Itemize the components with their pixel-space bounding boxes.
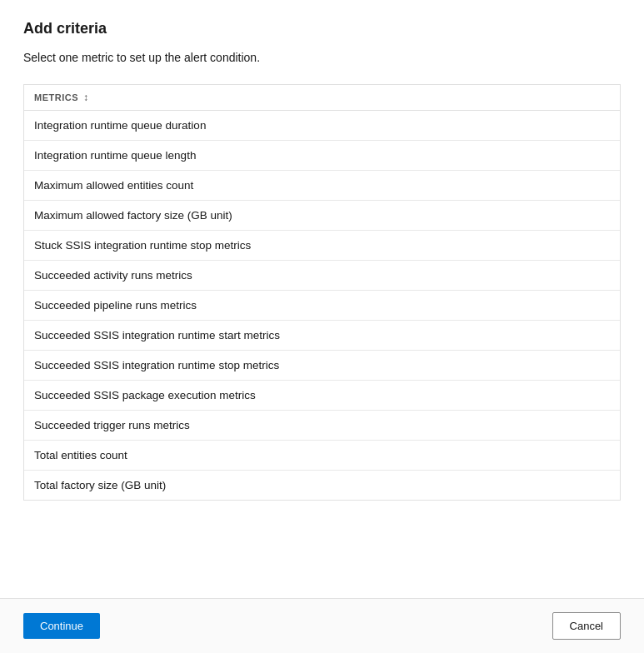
metrics-list: Integration runtime queue durationIntegr… bbox=[24, 111, 620, 500]
metric-item[interactable]: Succeeded SSIS integration runtime stop … bbox=[24, 351, 620, 381]
continue-button[interactable]: Continue bbox=[23, 613, 100, 639]
metrics-list-container: Integration runtime queue durationIntegr… bbox=[24, 111, 620, 500]
metric-item[interactable]: Succeeded activity runs metrics bbox=[24, 261, 620, 291]
panel-title: Add criteria bbox=[23, 20, 621, 37]
metric-item[interactable]: Maximum allowed entities count bbox=[24, 171, 620, 201]
metric-item[interactable]: Succeeded trigger runs metrics bbox=[24, 411, 620, 441]
metric-item[interactable]: Succeeded SSIS integration runtime start… bbox=[24, 321, 620, 351]
panel-subtitle: Select one metric to set up the alert co… bbox=[23, 51, 621, 64]
add-criteria-panel: Add criteria Select one metric to set up… bbox=[0, 0, 644, 653]
sort-icon[interactable]: ↕ bbox=[83, 92, 88, 103]
metrics-header: METRICS ↕ bbox=[24, 85, 620, 111]
metric-item[interactable]: Succeeded SSIS package execution metrics bbox=[24, 381, 620, 411]
metrics-section: METRICS ↕ Integration runtime queue dura… bbox=[23, 84, 621, 501]
metric-item[interactable]: Maximum allowed factory size (GB unit) bbox=[24, 201, 620, 231]
panel-content: Add criteria Select one metric to set up… bbox=[0, 0, 644, 598]
panel-footer: Continue Cancel bbox=[0, 598, 644, 653]
cancel-button[interactable]: Cancel bbox=[552, 612, 621, 640]
metric-item[interactable]: Total entities count bbox=[24, 441, 620, 471]
metric-item[interactable]: Succeeded pipeline runs metrics bbox=[24, 291, 620, 321]
metric-item[interactable]: Stuck SSIS integration runtime stop metr… bbox=[24, 231, 620, 261]
metric-item[interactable]: Integration runtime queue duration bbox=[24, 111, 620, 141]
metric-item[interactable]: Total factory size (GB unit) bbox=[24, 471, 620, 500]
metric-item[interactable]: Integration runtime queue length bbox=[24, 141, 620, 171]
metrics-header-label: METRICS bbox=[34, 92, 78, 102]
